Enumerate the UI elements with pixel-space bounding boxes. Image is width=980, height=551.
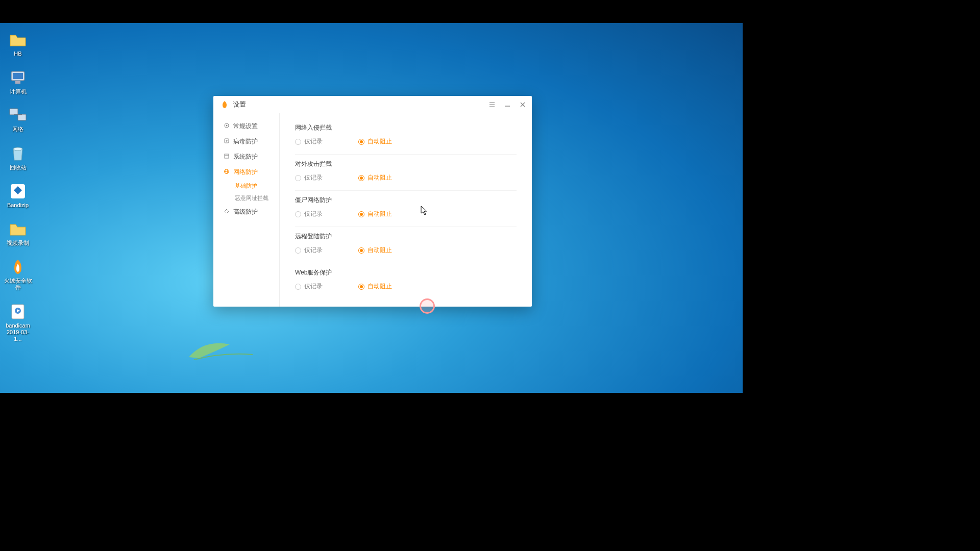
bottom-black-bar	[0, 393, 980, 551]
sidebar-item-advanced[interactable]: 高级防护	[213, 204, 279, 219]
desktop[interactable]: HB 计算机 网络 回收站 Bandizip 视频录制 火绒安全	[0, 23, 743, 393]
desktop-icon-bandizip[interactable]: Bandizip	[4, 182, 32, 209]
setting-section: 对外攻击拦截仅记录自动阻止	[295, 155, 517, 191]
section-title: Web服务保护	[295, 268, 517, 277]
network-icon	[9, 106, 27, 124]
radio-group: 仅记录自动阻止	[295, 137, 517, 146]
window-controls	[488, 101, 527, 109]
desktop-icons-column: HB 计算机 网络 回收站 Bandizip 视频录制 火绒安全	[4, 31, 32, 342]
radio-label: 仅记录	[304, 137, 323, 146]
decorative-leaf	[184, 337, 255, 362]
menu-icon[interactable]	[488, 101, 496, 109]
section-title: 僵尸网络防护	[295, 196, 517, 205]
setting-section: 远程登陆防护仅记录自动阻止	[295, 227, 517, 263]
sidebar-subitem-label: 基础防护	[235, 182, 257, 190]
window-icon	[224, 153, 230, 161]
svg-rect-1	[13, 73, 23, 79]
plus-shield-icon	[224, 138, 230, 145]
desktop-icon-network[interactable]: 网络	[4, 106, 32, 133]
sidebar-subitem-label: 恶意网址拦截	[235, 194, 268, 202]
radio-option-auto-block[interactable]: 自动阻止	[358, 137, 392, 146]
gear-icon	[224, 122, 230, 130]
radio-circle-icon	[295, 247, 301, 254]
diamond-icon	[224, 208, 230, 216]
folder-icon	[9, 31, 27, 49]
sidebar-item-label: 高级防护	[233, 208, 258, 216]
settings-window: 设置 常规设置 病毒防护 系统防护	[213, 96, 532, 307]
desktop-icon-bandicam-file[interactable]: bandicam 2019-03-1...	[4, 303, 32, 343]
radio-option-auto-block[interactable]: 自动阻止	[358, 246, 392, 255]
radio-group: 仅记录自动阻止	[295, 282, 517, 291]
radio-option-log-only[interactable]: 仅记录	[295, 173, 323, 182]
svg-point-6	[13, 147, 22, 151]
desktop-icon-computer[interactable]: 计算机	[4, 68, 32, 95]
radio-label: 仅记录	[304, 173, 323, 182]
radio-circle-icon	[358, 139, 364, 145]
radio-circle-icon	[358, 211, 364, 217]
radio-circle-icon	[295, 139, 301, 145]
section-title: 远程登陆防护	[295, 232, 517, 241]
setting-section: 僵尸网络防护仅记录自动阻止	[295, 191, 517, 227]
radio-label: 自动阻止	[368, 173, 392, 182]
radio-label: 自动阻止	[368, 282, 392, 291]
close-button[interactable]	[519, 101, 527, 109]
desktop-icon-videorecord-folder[interactable]: 视频录制	[4, 220, 32, 246]
svg-line-5	[14, 114, 22, 115]
settings-sidebar: 常规设置 病毒防护 系统防护 网络防护 基础防护 恶意	[213, 113, 280, 307]
radio-circle-icon	[358, 175, 364, 181]
radio-option-auto-block[interactable]: 自动阻止	[358, 210, 392, 218]
radio-group: 仅记录自动阻止	[295, 210, 517, 218]
svg-rect-4	[18, 114, 26, 120]
radio-group: 仅记录自动阻止	[295, 246, 517, 255]
sidebar-item-label: 网络防护	[233, 168, 258, 177]
svg-rect-3	[10, 109, 18, 115]
svg-rect-2	[15, 81, 20, 84]
window-body: 常规设置 病毒防护 系统防护 网络防护 基础防护 恶意	[213, 113, 532, 307]
svg-point-18	[226, 124, 228, 126]
desktop-icon-hb[interactable]: HB	[4, 31, 32, 57]
radio-option-log-only[interactable]: 仅记录	[295, 137, 323, 146]
radio-label: 自动阻止	[368, 246, 392, 255]
radio-label: 仅记录	[304, 282, 323, 291]
desktop-icon-label: 火绒安全软件	[4, 278, 32, 291]
sidebar-item-label: 病毒防护	[233, 137, 258, 146]
video-file-icon	[9, 303, 27, 321]
desktop-icon-label: bandicam 2019-03-1...	[4, 322, 32, 343]
radio-circle-icon	[358, 284, 364, 290]
radio-circle-icon	[358, 247, 364, 254]
window-title: 设置	[233, 100, 488, 109]
radio-circle-icon	[295, 175, 301, 181]
radio-label: 仅记录	[304, 210, 323, 218]
app-icon	[220, 101, 229, 109]
radio-label: 仅记录	[304, 246, 323, 255]
radio-option-auto-block[interactable]: 自动阻止	[358, 173, 392, 182]
radio-group: 仅记录自动阻止	[295, 173, 517, 182]
settings-content: 网络入侵拦截仅记录自动阻止对外攻击拦截仅记录自动阻止僵尸网络防护仅记录自动阻止远…	[280, 113, 532, 307]
section-title: 对外攻击拦截	[295, 160, 517, 168]
desktop-icon-recyclebin[interactable]: 回收站	[4, 144, 32, 171]
setting-section: Web服务保护仅记录自动阻止	[295, 263, 517, 299]
sidebar-item-label: 常规设置	[233, 122, 258, 131]
desktop-icon-label: 计算机	[10, 88, 27, 95]
desktop-icon-label: 回收站	[10, 164, 27, 171]
sidebar-item-general[interactable]: 常规设置	[213, 118, 279, 134]
sidebar-subitem-basic-protection[interactable]: 基础防护	[213, 180, 279, 192]
radio-option-log-only[interactable]: 仅记录	[295, 210, 323, 218]
minimize-button[interactable]	[503, 101, 511, 109]
titlebar[interactable]: 设置	[213, 96, 532, 113]
computer-icon	[9, 68, 27, 87]
sidebar-subitem-malicious-url[interactable]: 恶意网址拦截	[213, 192, 279, 204]
radio-option-log-only[interactable]: 仅记录	[295, 246, 323, 255]
desktop-icon-huorong[interactable]: 火绒安全软件	[4, 258, 32, 291]
folder-icon	[9, 220, 27, 238]
desktop-icon-label: HB	[14, 51, 21, 57]
sidebar-item-label: 系统防护	[233, 153, 258, 161]
radio-option-log-only[interactable]: 仅记录	[295, 282, 323, 291]
radio-option-auto-block[interactable]: 自动阻止	[358, 282, 392, 291]
radio-circle-icon	[295, 211, 301, 217]
desktop-icon-label: 视频录制	[7, 240, 29, 246]
sidebar-item-network[interactable]: 网络防护	[213, 164, 279, 180]
section-title: 网络入侵拦截	[295, 123, 517, 132]
sidebar-item-system[interactable]: 系统防护	[213, 149, 279, 164]
sidebar-item-virus[interactable]: 病毒防护	[213, 134, 279, 149]
